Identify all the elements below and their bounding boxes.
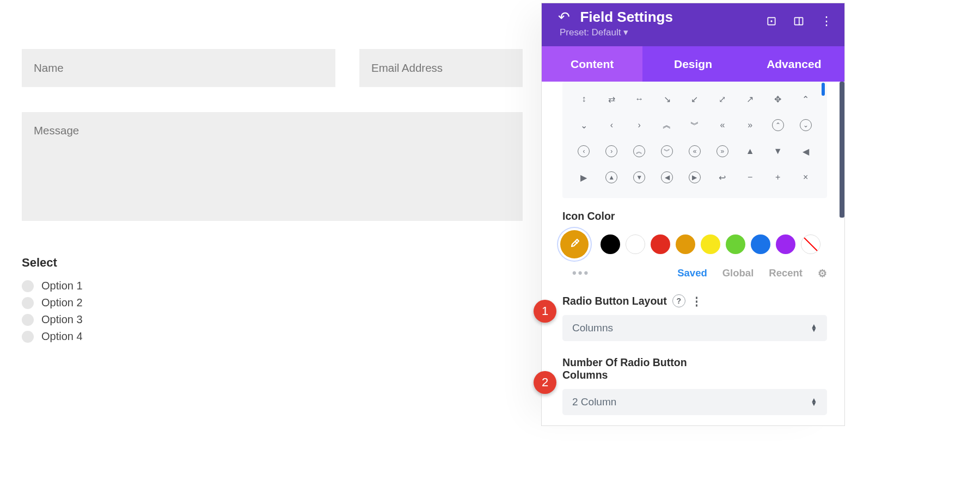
radio-icon <box>22 314 34 326</box>
radio-cols-label: Number Of Radio Button Columns <box>562 356 704 381</box>
radio-cols-select[interactable]: 2 Column ▲▼ <box>562 389 827 415</box>
radio-layout-label: Radio Button Layout ? ⋮ <box>562 294 827 307</box>
swatch-selected[interactable] <box>560 230 589 258</box>
circ-ddown-icon[interactable]: ︾ <box>661 145 673 157</box>
layout-icon[interactable] <box>793 14 804 28</box>
annotation-badge-1: 1 <box>534 300 556 323</box>
radio-icon <box>22 331 34 343</box>
more-vert-icon[interactable]: ⋮ <box>691 295 702 307</box>
chev-double-right-icon[interactable]: » <box>736 112 764 138</box>
color-tab-saved[interactable]: Saved <box>677 267 707 279</box>
color-more-icon[interactable]: ••• <box>572 266 590 280</box>
panel-tabs: Content Design Advanced <box>542 46 844 82</box>
chev-right-icon[interactable]: › <box>626 112 653 138</box>
back-icon[interactable]: ↶ <box>558 9 570 26</box>
tri-up-icon[interactable]: ▲ <box>736 138 764 164</box>
name-field[interactable] <box>22 49 335 87</box>
radio-option[interactable]: Option 2 <box>22 297 523 309</box>
arrow-se-icon[interactable]: ↘ <box>653 86 681 112</box>
color-settings-icon[interactable]: ⚙ <box>818 267 827 280</box>
chev-double-down-icon[interactable]: ︾ <box>681 112 709 138</box>
tab-design[interactable]: Design <box>642 46 743 82</box>
tab-advanced[interactable]: Advanced <box>744 46 844 82</box>
field-settings-panel: ↶ Field Settings Preset: Default ▾ ⋮ Con… <box>541 3 845 426</box>
arrow-swap-icon[interactable]: ⇄ <box>598 86 626 112</box>
swatch-none[interactable] <box>801 234 820 254</box>
color-tab-recent[interactable]: Recent <box>769 267 803 279</box>
undo-icon[interactable]: ↩ <box>708 164 736 190</box>
select-arrows-icon: ▲▼ <box>811 398 817 406</box>
select-value: Columns <box>572 322 613 334</box>
swatch-purple[interactable] <box>776 234 795 254</box>
circ-dup-icon[interactable]: ︽ <box>633 145 645 157</box>
chev-left-icon[interactable]: ‹ <box>598 112 626 138</box>
select-arrows-icon: ▲▼ <box>811 324 817 332</box>
arrow-ud-icon[interactable]: ↕ <box>570 86 598 112</box>
circ-tri-up-icon[interactable]: ▲ <box>605 171 617 183</box>
icon-color-label: Icon Color <box>562 210 827 223</box>
color-swatches <box>560 230 827 258</box>
circ-tri-right-icon[interactable]: ▶ <box>689 171 701 183</box>
swatch-white[interactable] <box>626 234 645 254</box>
radio-option[interactable]: Option 3 <box>22 313 523 326</box>
radio-layout-select[interactable]: Columns ▲▼ <box>562 315 827 341</box>
icon-picker: ↕ ⇄ ↔ ↘ ↙ ⤢ ↗ ✥ ⌃ ⌄ ‹ › ︽ ︾ « » ⌃ ⌄ ‹ › <box>562 82 827 198</box>
swatch-orange[interactable] <box>676 234 695 254</box>
chev-double-left-icon[interactable]: « <box>708 112 736 138</box>
circ-down-icon[interactable]: ⌄ <box>800 119 812 131</box>
select-value: 2 Column <box>572 396 616 408</box>
swatch-red[interactable] <box>651 234 670 254</box>
swatch-yellow[interactable] <box>701 234 720 254</box>
svg-point-1 <box>770 20 772 22</box>
expand-icon[interactable] <box>766 14 777 28</box>
radio-option[interactable]: Option 4 <box>22 330 523 343</box>
swatch-blue[interactable] <box>751 234 770 254</box>
form-preview: Select Option 1 Option 2 Option 3 Option… <box>0 0 544 347</box>
circ-tri-down-icon[interactable]: ▼ <box>633 171 645 183</box>
swatch-black[interactable] <box>601 234 620 254</box>
arrow-ne-icon[interactable]: ↗ <box>736 86 764 112</box>
radio-option-label: Option 2 <box>41 297 83 309</box>
tri-right-icon[interactable]: ▶ <box>570 164 598 190</box>
arrow-lr-icon[interactable]: ↔ <box>626 86 653 112</box>
circ-right-icon[interactable]: › <box>605 145 617 157</box>
icon-picker-scroll[interactable] <box>822 83 825 96</box>
preset-selector[interactable]: Preset: Default ▾ <box>560 27 844 38</box>
circ-left-icon[interactable]: ‹ <box>578 145 590 157</box>
tab-content[interactable]: Content <box>542 46 642 82</box>
arrow-expand-icon[interactable]: ⤢ <box>708 86 736 112</box>
more-icon[interactable]: ⋮ <box>820 14 832 28</box>
chev-double-up-icon[interactable]: ︽ <box>653 112 681 138</box>
tri-left-icon[interactable]: ◀ <box>792 138 819 164</box>
panel-scrollbar[interactable] <box>840 82 844 218</box>
message-field[interactable] <box>22 112 523 221</box>
panel-body: ↕ ⇄ ↔ ↘ ↙ ⤢ ↗ ✥ ⌃ ⌄ ‹ › ︽ ︾ « » ⌃ ⌄ ‹ › <box>542 82 844 426</box>
radio-icon <box>22 297 34 309</box>
circ-dleft-icon[interactable]: « <box>689 145 701 157</box>
radio-option-label: Option 1 <box>41 280 83 292</box>
help-icon[interactable]: ? <box>672 294 685 307</box>
radio-layout-text: Radio Button Layout <box>562 295 667 307</box>
email-field[interactable] <box>359 49 523 87</box>
plus-icon[interactable]: + <box>764 164 792 190</box>
arrow-sw-icon[interactable]: ↙ <box>681 86 709 112</box>
panel-title: Field Settings <box>580 9 672 26</box>
color-tab-global[interactable]: Global <box>722 267 754 279</box>
radio-option-label: Option 4 <box>41 330 83 343</box>
minus-icon[interactable]: − <box>736 164 764 190</box>
circ-up-icon[interactable]: ⌃ <box>772 119 784 131</box>
radio-icon <box>22 280 34 292</box>
panel-header: ↶ Field Settings Preset: Default ▾ ⋮ <box>542 3 844 46</box>
caret-down-icon[interactable]: ⌄ <box>570 112 598 138</box>
circ-dright-icon[interactable]: » <box>716 145 728 157</box>
tri-down-icon[interactable]: ▼ <box>764 138 792 164</box>
close-icon[interactable]: × <box>792 164 819 190</box>
radio-option[interactable]: Option 1 <box>22 280 523 292</box>
circ-tri-left-icon[interactable]: ◀ <box>661 171 673 183</box>
select-heading: Select <box>22 256 523 270</box>
radio-option-label: Option 3 <box>41 313 83 326</box>
swatch-green[interactable] <box>726 234 745 254</box>
caret-up-icon[interactable]: ⌃ <box>792 86 819 112</box>
annotation-badge-2: 2 <box>534 371 556 394</box>
arrow-move-icon[interactable]: ✥ <box>764 86 792 112</box>
